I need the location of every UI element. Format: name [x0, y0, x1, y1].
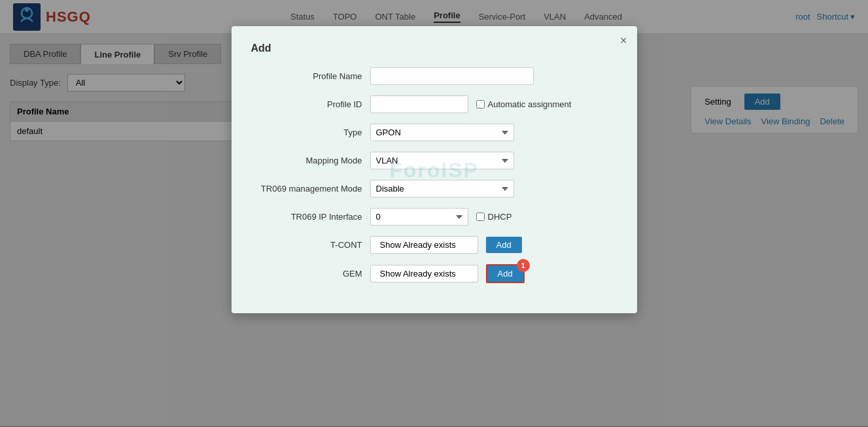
profile-name-label: Profile Name [251, 71, 362, 81]
dhcp-checkbox[interactable] [476, 213, 485, 221]
tr069-mode-label: TR069 management Mode [251, 184, 362, 194]
modal-close-button[interactable]: × [620, 34, 627, 48]
tr069-ip-label: TR069 IP Interface [251, 212, 362, 222]
tcont-label: T-CONT [251, 240, 362, 250]
tr069-ip-row: TR069 IP Interface 0 DHCP [251, 208, 617, 226]
modal-title: Add [251, 43, 617, 54]
modal-overlay: ForoISP Add × Profile Name Profile ID Au… [0, 0, 868, 426]
profile-id-row: Profile ID Automatic assignment [251, 95, 617, 113]
gem-add-wrapper: Add 1 [486, 264, 525, 283]
type-select[interactable]: GPON [370, 124, 514, 141]
tr069-mode-row: TR069 management Mode Disable [251, 180, 617, 197]
gem-label: GEM [251, 269, 362, 279]
automatic-assignment-checkbox[interactable] [476, 100, 485, 109]
profile-name-input[interactable] [370, 67, 534, 85]
gem-badge: 1 [517, 259, 530, 272]
add-modal: ForoISP Add × Profile Name Profile ID Au… [232, 26, 637, 313]
automatic-assignment-label: Automatic assignment [476, 99, 572, 109]
profile-name-row: Profile Name [251, 67, 617, 85]
profile-id-input[interactable] [370, 95, 468, 113]
gem-row: GEM Show Already exists Add 1 [251, 264, 617, 283]
gem-show-button[interactable]: Show Already exists [370, 265, 478, 282]
mapping-mode-select[interactable]: VLAN [370, 152, 514, 169]
type-row: Type GPON [251, 124, 617, 141]
tcont-add-button[interactable]: Add [486, 237, 522, 253]
tr069-ip-select[interactable]: 0 [370, 208, 468, 226]
tr069-mode-select[interactable]: Disable [370, 180, 514, 197]
dhcp-label: DHCP [476, 212, 512, 222]
tcont-show-button[interactable]: Show Already exists [370, 236, 478, 254]
profile-id-label: Profile ID [251, 99, 362, 109]
mapping-mode-row: Mapping Mode VLAN [251, 152, 617, 169]
mapping-mode-label: Mapping Mode [251, 156, 362, 165]
type-label: Type [251, 128, 362, 137]
tcont-row: T-CONT Show Already exists Add [251, 236, 617, 254]
